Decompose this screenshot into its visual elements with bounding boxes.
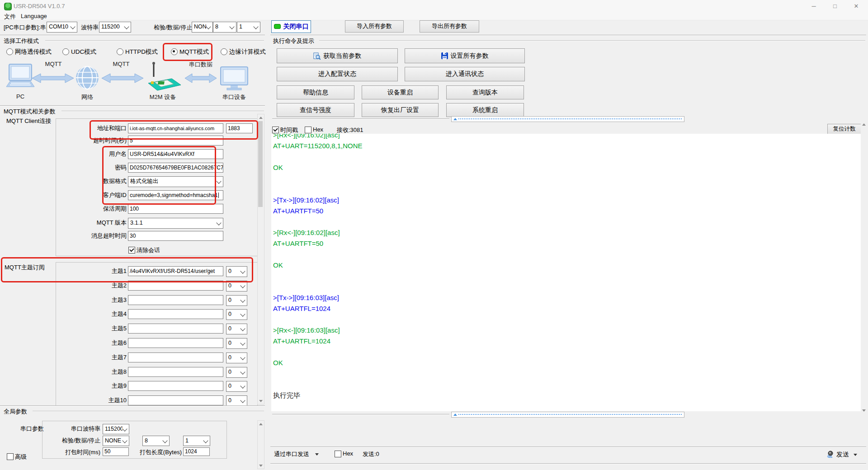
log-line: AT+UARTFT=50 xyxy=(273,206,861,216)
radio-httpd-mode[interactable] xyxy=(117,48,123,55)
keepalive-input[interactable]: 100 xyxy=(128,204,223,214)
global-baud-select[interactable]: 115200 xyxy=(103,424,129,434)
minimize-button[interactable]: ─ xyxy=(803,0,824,12)
msg-timeout-input[interactable]: 30 xyxy=(128,231,223,241)
radio-transparent-mode[interactable] xyxy=(6,48,13,55)
advanced-checkbox[interactable] xyxy=(7,453,14,460)
global-databits-select[interactable]: 8 xyxy=(142,436,170,446)
chevron-down-icon[interactable] xyxy=(315,453,319,456)
parity-select[interactable]: NONI xyxy=(192,22,213,33)
get-params-icon xyxy=(313,52,321,60)
log-area[interactable]: >[Rx<-][09:16:02][asc]AT+UART=115200,8,1… xyxy=(271,134,861,411)
log-line xyxy=(273,314,861,325)
topic-label: 主题7 xyxy=(47,354,127,361)
scroll-down-icon[interactable] xyxy=(861,408,867,414)
password-label: 密码 xyxy=(47,164,127,171)
divider xyxy=(272,118,449,119)
enter-config-button[interactable]: 进入配置状态 xyxy=(277,67,398,81)
global-scrollbar[interactable] xyxy=(257,420,264,469)
baud-select[interactable]: 115200 xyxy=(99,22,131,33)
topic-qos-select[interactable]: 0 xyxy=(226,352,247,363)
radio-mqtt-mode[interactable] xyxy=(171,48,178,55)
diagram-network-label: 网络 xyxy=(71,93,103,101)
topic-input[interactable] xyxy=(128,338,223,348)
params-scrollbar[interactable] xyxy=(257,114,264,404)
password-input[interactable]: D025D767654679BE0FB1AC08267C7 xyxy=(128,163,223,173)
enter-comm-button[interactable]: 进入通讯状态 xyxy=(405,67,525,81)
log-line xyxy=(273,347,861,357)
global-stopbits-select[interactable]: 1 xyxy=(183,436,210,446)
mqtt-version-select[interactable]: 3.1.1 xyxy=(128,218,223,229)
rx-hex-checkbox[interactable] xyxy=(305,127,311,133)
topic-qos-select[interactable]: 0 xyxy=(226,395,247,406)
topic-qos-select[interactable]: 0 xyxy=(226,324,247,334)
scroll-up-icon[interactable] xyxy=(258,114,264,120)
chevron-down-icon[interactable] xyxy=(854,454,857,456)
close-button[interactable]: ✕ xyxy=(846,0,867,12)
radio-edge-mode[interactable] xyxy=(221,48,227,55)
query-version-button[interactable]: 查询版本 xyxy=(446,85,524,99)
radio-mqtt-label: MQTT模式 xyxy=(179,48,209,56)
pack-time-input[interactable]: 50 xyxy=(103,447,129,456)
radio-udc-mode[interactable] xyxy=(62,48,69,55)
topic-qos-select[interactable]: 0 xyxy=(226,266,247,277)
set-params-button[interactable]: 设置所有参数 xyxy=(405,48,525,63)
send-button[interactable]: 发送 xyxy=(836,451,849,459)
topic-input[interactable] xyxy=(128,295,223,305)
log-line: AT+UARTFL=1024 xyxy=(273,336,861,347)
topic-input[interactable] xyxy=(128,381,223,391)
topic-qos-select[interactable]: 0 xyxy=(226,309,247,320)
stopbits-select[interactable]: 1 xyxy=(237,22,260,33)
export-params-button[interactable]: 导出所有参数 xyxy=(420,20,479,33)
topic-input[interactable]: /i4u4VIKvRXf/USR-DR514/user/get xyxy=(128,266,223,276)
topic-input[interactable] xyxy=(128,352,223,362)
close-serial-button[interactable]: 关闭串口 xyxy=(271,20,311,33)
clear-session-checkbox[interactable] xyxy=(128,247,135,254)
com-port-select[interactable]: COM10 xyxy=(47,22,77,33)
menu-language[interactable]: Language xyxy=(21,13,47,19)
port-input[interactable]: 1883 xyxy=(226,123,253,133)
import-params-button[interactable]: 导入所有参数 xyxy=(345,20,404,33)
client-id-input[interactable]: curemode=3,signmethod=hmacsha1 xyxy=(128,190,223,200)
topic-qos-select[interactable]: 0 xyxy=(226,295,247,306)
scroll-down-icon[interactable] xyxy=(258,463,264,469)
timestamp-checkbox[interactable] xyxy=(272,127,279,133)
log-hscrollbar-bottom[interactable] xyxy=(451,412,684,418)
log-vscrollbar[interactable] xyxy=(861,121,867,414)
topic-qos-select[interactable]: 0 xyxy=(226,381,247,392)
log-hscrollbar-top[interactable] xyxy=(451,116,684,122)
help-button[interactable]: 帮助信息 xyxy=(277,85,354,99)
timeout-input[interactable]: 5 xyxy=(128,136,223,146)
topic-input[interactable] xyxy=(128,324,223,334)
topic-input[interactable] xyxy=(128,395,223,405)
data-format-select[interactable]: 格式化输出 xyxy=(128,176,223,187)
device-restart-button[interactable]: 设备重启 xyxy=(362,85,439,99)
username-input[interactable]: USR-DR514&i4u4VIKvRXf xyxy=(128,149,223,159)
pack-len-input[interactable]: 1024 xyxy=(183,447,210,456)
scroll-down-icon[interactable] xyxy=(258,398,264,404)
send-via-dropdown[interactable]: 通过串口发送 xyxy=(274,450,309,458)
query-signal-button[interactable]: 查信号强度 xyxy=(277,103,354,117)
factory-reset-button[interactable]: 恢复出厂设置 xyxy=(362,103,439,117)
advanced-label: 高级 xyxy=(15,453,27,461)
scroll-up-icon[interactable] xyxy=(258,421,264,427)
log-line xyxy=(273,379,861,390)
topic-input[interactable] xyxy=(128,281,223,291)
address-input[interactable]: i.iot-as-mqtt.cn-shanghai.aliyuncs.com xyxy=(128,123,223,133)
databits-select[interactable]: 8 xyxy=(213,22,236,33)
scrollbar-thumb[interactable] xyxy=(258,121,263,207)
system-restart-button[interactable]: 系统重启 xyxy=(446,103,524,117)
global-parity-select[interactable]: NONE xyxy=(103,436,129,446)
log-line: AT+UARTFT=50 xyxy=(273,238,861,249)
reset-counter-button[interactable]: 复位计数 xyxy=(827,124,861,134)
get-params-button[interactable]: 获取当前参数 xyxy=(277,48,398,63)
topic-qos-select[interactable]: 0 xyxy=(226,338,247,349)
topic-qos-select[interactable]: 0 xyxy=(226,281,247,291)
global-params-caption: 全局参数 xyxy=(4,408,27,416)
maximize-button[interactable]: □ xyxy=(825,0,845,12)
topic-input[interactable] xyxy=(128,309,223,319)
topic-input[interactable] xyxy=(128,367,223,377)
tx-hex-checkbox[interactable] xyxy=(335,451,341,457)
scroll-up-icon[interactable] xyxy=(861,121,867,127)
topic-qos-select[interactable]: 0 xyxy=(226,367,247,378)
